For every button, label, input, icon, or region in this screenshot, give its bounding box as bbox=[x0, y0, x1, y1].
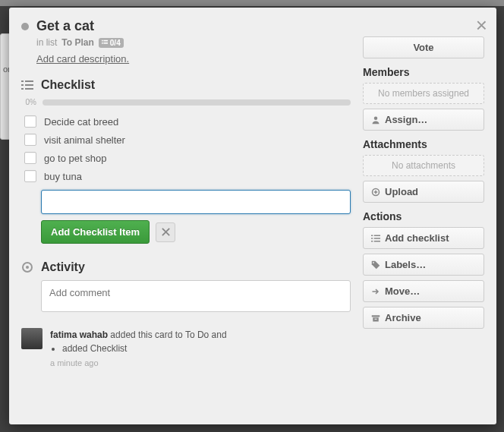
attachments-empty: No attachments bbox=[363, 155, 484, 176]
checklist-icon bbox=[371, 234, 380, 243]
main-column: Get a cat in list To Plan 0/4 Add card d… bbox=[21, 18, 351, 412]
add-checklist-button[interactable]: Add checklist bbox=[363, 227, 484, 249]
svg-rect-21 bbox=[372, 315, 380, 317]
svg-point-11 bbox=[26, 266, 29, 269]
svg-point-20 bbox=[373, 262, 374, 263]
list-name[interactable]: To Plan bbox=[61, 37, 93, 48]
svg-rect-0 bbox=[102, 40, 103, 42]
card-dot-icon bbox=[21, 23, 29, 30]
app-header-strip bbox=[0, 0, 504, 6]
comment-input[interactable] bbox=[41, 280, 351, 312]
activity-line: added this card to To Do and bbox=[108, 330, 227, 340]
close-icon[interactable]: × bbox=[476, 15, 487, 35]
upload-label: Upload bbox=[385, 186, 418, 197]
svg-rect-4 bbox=[21, 80, 24, 82]
svg-rect-18 bbox=[371, 241, 373, 242]
checklist-badge: 0/4 bbox=[99, 38, 124, 48]
cancel-add-item-button[interactable]: ✕ bbox=[156, 222, 175, 242]
svg-rect-14 bbox=[371, 235, 373, 236]
svg-rect-7 bbox=[25, 84, 33, 86]
activity-bullet: added Checklist bbox=[62, 342, 227, 355]
svg-rect-23 bbox=[375, 318, 377, 319]
card-modal: × Get a cat in list To Plan 0/4 Add card… bbox=[9, 8, 496, 424]
add-checklist-label: Add checklist bbox=[385, 232, 449, 244]
members-empty: No members assigned bbox=[363, 83, 484, 104]
checklist-item-label: Decide cat breed bbox=[44, 116, 118, 128]
checklist-icon bbox=[102, 39, 108, 46]
checklist-item-label: visit animal shelter bbox=[44, 134, 125, 146]
activity-heading: Activity bbox=[41, 260, 85, 274]
close-icon: ✕ bbox=[160, 224, 172, 241]
checklist-item[interactable]: buy tuna bbox=[24, 167, 351, 185]
checklist-item[interactable]: Decide cat breed bbox=[24, 112, 351, 131]
archive-button[interactable]: Archive bbox=[363, 307, 484, 329]
in-list-prefix: in list bbox=[36, 37, 57, 48]
checklist-item-label: buy tuna bbox=[44, 171, 82, 182]
arrow-right-icon bbox=[371, 287, 380, 296]
svg-rect-9 bbox=[25, 88, 33, 90]
checkbox[interactable] bbox=[24, 170, 36, 182]
checklist-item-label: go to pet shop bbox=[44, 153, 106, 164]
svg-rect-15 bbox=[374, 235, 380, 236]
assign-label: Assign… bbox=[385, 114, 427, 125]
move-button[interactable]: Move… bbox=[363, 280, 484, 302]
svg-rect-19 bbox=[374, 241, 380, 242]
tag-icon bbox=[371, 260, 380, 270]
user-icon bbox=[371, 115, 380, 125]
upload-button[interactable]: Upload bbox=[363, 181, 484, 203]
move-label: Move… bbox=[385, 285, 420, 297]
checklist-item[interactable]: go to pet shop bbox=[24, 149, 351, 167]
side-column: Vote Members No members assigned Assign…… bbox=[363, 18, 484, 412]
members-heading: Members bbox=[363, 66, 484, 78]
svg-rect-6 bbox=[21, 84, 24, 86]
checklist-section-icon bbox=[21, 79, 33, 91]
checkbox[interactable] bbox=[24, 152, 36, 164]
checkbox[interactable] bbox=[24, 115, 36, 128]
progress-bar bbox=[43, 99, 351, 106]
card-title[interactable]: Get a cat bbox=[36, 18, 94, 34]
checklist-item[interactable]: visit animal shelter bbox=[24, 131, 351, 149]
upload-icon bbox=[371, 188, 380, 197]
svg-rect-1 bbox=[103, 40, 108, 42]
svg-rect-2 bbox=[102, 43, 103, 44]
labels-button[interactable]: Labels… bbox=[363, 254, 484, 276]
svg-point-12 bbox=[374, 116, 378, 120]
progress-percent: 0% bbox=[21, 98, 36, 106]
checkbox[interactable] bbox=[24, 134, 36, 146]
labels-label: Labels… bbox=[385, 259, 426, 270]
add-checklist-item-button[interactable]: Add Checklist Item bbox=[41, 220, 150, 244]
assign-button[interactable]: Assign… bbox=[363, 109, 484, 131]
avatar bbox=[21, 328, 43, 349]
activity-entry: fatima wahab added this card to To Do an… bbox=[21, 328, 351, 370]
svg-rect-3 bbox=[103, 43, 108, 44]
archive-icon bbox=[371, 314, 380, 323]
actions-heading: Actions bbox=[363, 210, 484, 222]
svg-rect-17 bbox=[374, 238, 380, 239]
add-description-link[interactable]: Add card description. bbox=[36, 53, 129, 65]
svg-rect-5 bbox=[25, 80, 33, 82]
new-checklist-item-input[interactable] bbox=[41, 190, 351, 214]
checklist-heading: Checklist bbox=[41, 78, 95, 92]
archive-label: Archive bbox=[385, 312, 421, 323]
activity-user[interactable]: fatima wahab bbox=[50, 330, 108, 340]
activity-section-icon bbox=[21, 261, 33, 273]
card-list-info: in list To Plan 0/4 bbox=[36, 37, 351, 48]
attachments-heading: Attachments bbox=[363, 138, 484, 150]
vote-button[interactable]: Vote bbox=[363, 36, 484, 58]
svg-rect-16 bbox=[371, 238, 373, 239]
activity-time: a minute ago bbox=[50, 357, 227, 370]
svg-rect-8 bbox=[21, 88, 24, 90]
